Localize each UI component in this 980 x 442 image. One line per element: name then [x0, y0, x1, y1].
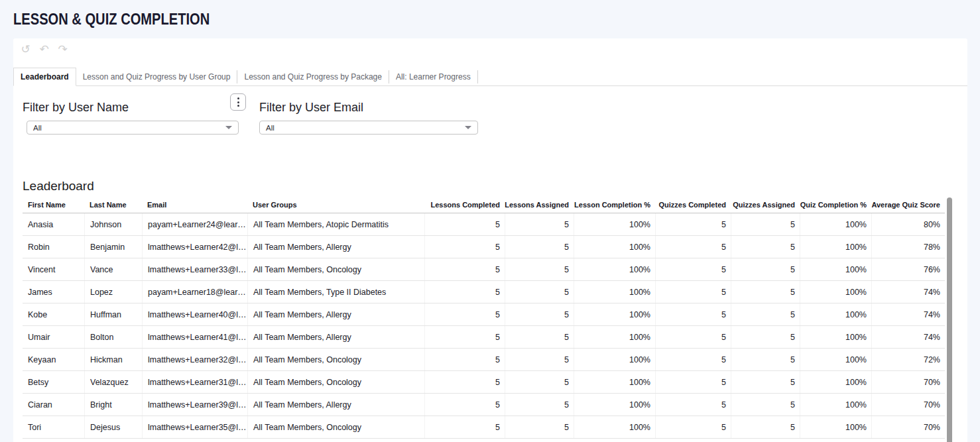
filter-user-email-select[interactable]: All [259, 121, 478, 135]
table-cell: 100% [574, 416, 655, 438]
table-cell: lmatthews+Learner40@l… [142, 304, 247, 325]
table-cell: 74% [871, 304, 945, 325]
table-cell: 100% [574, 371, 655, 393]
table-cell: 100% [574, 326, 655, 348]
table-cell: 5 [505, 213, 574, 235]
filter-user-name-label: Filter by User Name [23, 101, 239, 115]
table-cell: 5 [424, 304, 505, 325]
table-cell: Kobe [23, 304, 84, 325]
tab-lesson-and-quiz-progress-by-user-group[interactable]: Lesson and Quiz Progress by User Group [76, 68, 237, 85]
table-cell: Umair [23, 326, 84, 348]
filter-user-name: Filter by User Name All [23, 101, 239, 135]
table-cell: 5 [424, 258, 505, 280]
table-row: KeyaanHickmanlmatthews+Learner32@l…All T… [23, 349, 945, 371]
table-cell: Bolton [84, 326, 142, 348]
table-cell: 5 [424, 371, 505, 393]
redo-icon[interactable]: ↷ [57, 44, 68, 56]
table-cell: Anasia [23, 213, 84, 235]
table-row: CiaranBrightlmatthews+Learner39@l…All Te… [23, 394, 945, 416]
table-row: JamesLopezpayam+Learner18@lear…All Team … [23, 281, 945, 304]
tab-leaderboard[interactable]: Leaderboard [13, 68, 76, 86]
table-cell: Ciaran [23, 394, 84, 415]
undo-icon[interactable]: ↶ [38, 44, 50, 56]
table-cell: 5 [505, 394, 574, 415]
table-cell: All Team Members, Allergy [247, 236, 424, 258]
table-cell: 5 [505, 236, 574, 258]
column-header[interactable]: Last Name [84, 201, 142, 209]
reset-icon[interactable]: ↺ [20, 44, 31, 56]
column-header[interactable]: First Name [23, 201, 84, 209]
table-cell: 5 [424, 213, 505, 235]
table-cell: 100% [574, 236, 655, 258]
table-cell: lmatthews+Learner41@l… [142, 326, 247, 348]
table-cell: Robin [23, 236, 84, 258]
table-cell: 76% [871, 258, 945, 280]
table-cell: 100% [800, 258, 871, 280]
leaderboard-table: First NameLast NameEmailUser GroupsLesso… [23, 196, 945, 439]
table-cell: 72% [871, 349, 945, 370]
table-title: Leaderboard [23, 179, 94, 193]
table-cell: Benjamin [84, 236, 142, 258]
table-cell: Vincent [23, 258, 84, 280]
table-cell: 5 [655, 258, 731, 280]
table-cell: Bright [84, 394, 142, 415]
report-card: ↺ ↶ ↷ LeaderboardLesson and Quiz Progres… [13, 38, 967, 442]
table-cell: lmatthews+Learner33@l… [142, 258, 247, 280]
table-cell: 100% [574, 281, 655, 303]
table-cell: 100% [800, 371, 871, 393]
table-cell: 5 [424, 281, 505, 303]
table-cell: 5 [655, 236, 731, 258]
column-header[interactable]: Lessons Assigned [505, 201, 574, 209]
table-cell: payam+Learner24@lear… [142, 213, 247, 235]
table-cell: 100% [800, 416, 871, 438]
table-cell: 5 [655, 349, 731, 370]
table-cell: All Team Members, Allergy [247, 326, 424, 348]
more-options-button[interactable] [230, 93, 246, 111]
tab-lesson-and-quiz-progress-by-package[interactable]: Lesson and Quiz Progress by Package [237, 68, 388, 85]
table-cell: 5 [655, 281, 731, 303]
column-header[interactable]: Quizzes Completed [655, 201, 731, 209]
column-header[interactable]: Average Quiz Score [871, 201, 945, 209]
column-header[interactable]: Lessons Completed [424, 201, 505, 209]
table-cell: 5 [655, 213, 731, 235]
table-cell: 5 [731, 236, 800, 258]
table-row: KobeHuffmanlmatthews+Learner40@l…All Tea… [23, 304, 945, 326]
table-cell: 5 [655, 371, 731, 393]
table-cell: 100% [574, 304, 655, 325]
table-cell: 70% [871, 394, 945, 415]
table-row: RobinBenjaminlmatthews+Learner42@l…All T… [23, 236, 945, 258]
table-cell: 100% [800, 394, 871, 415]
column-header[interactable]: Email [142, 201, 247, 209]
table-cell: Hickman [84, 349, 142, 370]
column-header[interactable]: Quiz Completion % [800, 201, 871, 209]
column-header[interactable]: User Groups [247, 201, 424, 209]
filter-user-name-select[interactable]: All [27, 121, 239, 135]
tab-bar: LeaderboardLesson and Quiz Progress by U… [13, 68, 967, 86]
table-cell: Johnson [84, 213, 142, 235]
more-options-icon [237, 97, 239, 99]
table-cell: All Team Members, Type II Diabetes [247, 281, 424, 303]
table-cell: 74% [871, 326, 945, 348]
column-header[interactable]: Lesson Completion % [574, 201, 655, 209]
tab-all-learner-progress[interactable]: All: Learner Progress [389, 68, 477, 85]
table-cell: Betsy [23, 371, 84, 393]
table-cell: 100% [800, 304, 871, 325]
table-cell: 5 [655, 304, 731, 325]
filter-user-email: Filter by User Email All [259, 101, 478, 135]
table-cell: 5 [731, 394, 800, 415]
page-title: LESSON & QUIZ COMPLETION [13, 11, 210, 28]
table-cell: 5 [731, 416, 800, 438]
table-cell: Huffman [84, 304, 142, 325]
table-cell: 5 [731, 281, 800, 303]
table-scrollbar[interactable] [947, 197, 952, 442]
table-cell: All Team Members, Atopic Dermatitis [247, 213, 424, 235]
tab-divider [477, 70, 478, 83]
table-row: AnasiaJohnsonpayam+Learner24@lear…All Te… [23, 213, 945, 236]
column-header[interactable]: Quizzes Assigned [731, 201, 800, 209]
table-cell: All Team Members, Oncology [247, 371, 424, 393]
table-cell: All Team Members, Oncology [247, 416, 424, 438]
table-cell: 100% [574, 394, 655, 415]
table-cell: 5 [424, 236, 505, 258]
table-cell: All Team Members, Allergy [247, 394, 424, 415]
table-cell: All Team Members, Allergy [247, 304, 424, 325]
